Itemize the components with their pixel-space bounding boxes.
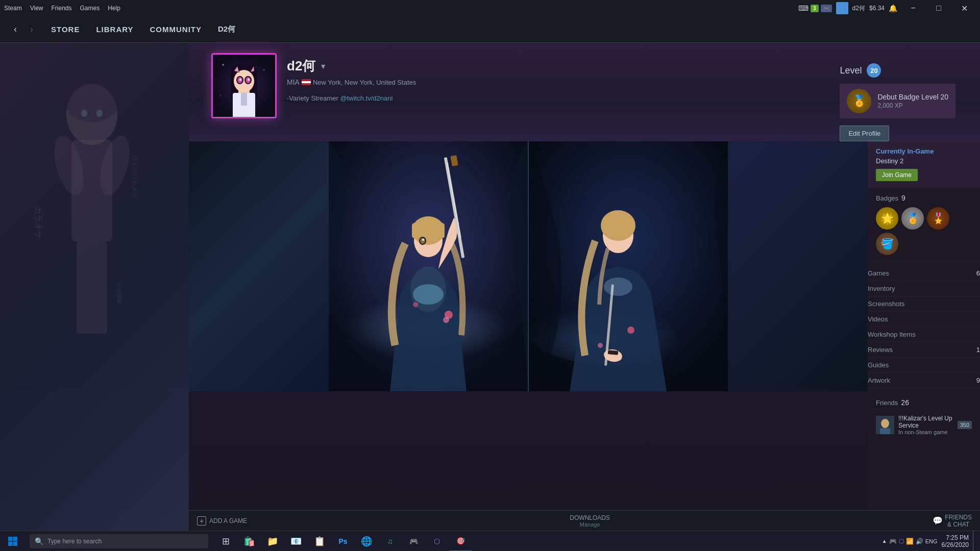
feed-area [189,141,868,510]
notification-icon[interactable]: 🔔 [889,4,897,12]
level-section: Level 20 🏅 Debut Badge Level 20 2,000 XP… [840,63,955,141]
inventory-label: Inventory [868,285,895,292]
menu-games[interactable]: Games [80,5,100,12]
svg-point-48 [413,302,418,307]
taskbar-app-spotify[interactable]: ♫ [379,531,401,552]
svg-point-41 [420,238,425,244]
svg-text:ヨドバシカメラ: ヨドバシカメラ [131,155,138,198]
profile-dropdown-arrow[interactable]: ▼ [320,62,327,70]
sidebar-videos[interactable]: Videos [868,312,980,327]
sidebar-screenshots[interactable]: Screenshots [868,296,980,312]
menu-friends[interactable]: Friends [51,5,71,12]
friend-avatar-icon [876,416,894,434]
menu-help[interactable]: Help [108,5,120,12]
edit-profile-button[interactable]: Edit Profile [840,126,889,141]
taskbar-app-store[interactable]: 🛍️ [238,531,260,552]
svg-point-59 [604,278,632,296]
artwork-label: Artwork [868,377,890,384]
profile-header: d2何 ▼ MIA New York, New York, United Sta… [189,43,980,141]
svg-point-47 [443,317,449,323]
friends-chat-button[interactable]: 💬 FRIENDS & CHAT [933,514,972,528]
menu-steam[interactable]: Steam [4,5,22,12]
taskbar-app-destiny[interactable]: 🎮 [402,531,425,552]
taskbar-app-steam[interactable]: 🎯 [449,531,472,552]
sidebar-inventory[interactable]: Inventory [868,281,980,296]
nav-username[interactable]: D2何 [218,24,235,34]
badges-label: Badges [876,194,898,202]
network-icon[interactable]: 📶 [906,538,914,545]
sidebar-guides[interactable]: Guides [868,358,980,373]
title-bar-right: ⌨ 3 🎮 d2何 $6.34 🔔 − □ ✕ [798,0,976,16]
debut-badge-icon: 🏅 [847,89,871,113]
showcase-image [189,141,868,391]
sidebar-artwork[interactable]: Artwork 9 [868,373,980,388]
menu-view[interactable]: View [30,5,43,12]
taskbar-app-sticky[interactable]: 📋 [308,531,331,552]
taskbar-app-chrome[interactable]: 🌐 [355,531,378,552]
downloads-button[interactable]: DOWNLOADS Manage [570,514,610,528]
svg-point-15 [263,69,265,71]
badge-name: Debut Badge Level 20 [877,93,948,101]
nav-library[interactable]: LIBRARY [96,23,133,36]
taskbar-app-mail[interactable]: 📧 [285,531,307,552]
taskbar-time: 7:25 PM [946,534,969,541]
friends-label: Friends [876,399,898,407]
friend-avatar-1 [876,416,894,434]
show-hidden-icon[interactable]: ▲ [882,538,887,544]
artwork-count: 9 [976,377,980,384]
friends-header: Friends 26 [876,398,972,407]
taskbar-app-discord[interactable]: ⬡ [426,531,448,552]
profile-container: d2何 ▼ MIA New York, New York, United Sta… [189,43,980,531]
discord-tray-icon[interactable]: ⬡ [899,538,904,545]
back-arrow[interactable]: ‹ [8,22,22,37]
join-game-button[interactable]: Join Game [876,169,918,181]
windows-logo-icon [8,536,18,546]
badge-item-4[interactable]: 🪣 [876,233,898,255]
taskbar-search-box[interactable]: 🔍 Type here to search [30,534,208,548]
svg-rect-64 [13,537,18,541]
sidebar-games[interactable]: Games 6 [868,266,980,281]
maximize-button[interactable]: □ [927,0,950,16]
bottom-bar: + ADD A GAME DOWNLOADS Manage 💬 FRIENDS … [189,510,980,531]
avatar-art [213,55,275,117]
language-indicator[interactable]: ENG [925,538,938,544]
badge-item-3[interactable]: 🎖️ [927,207,949,230]
sidebar-reviews[interactable]: Reviews 1 [868,342,980,358]
svg-rect-33 [241,93,247,106]
add-game-button[interactable]: + ADD A GAME [197,516,247,525]
badge-item-1[interactable]: 🌟 [876,207,898,230]
sidebar-workshop[interactable]: Workshop Items [868,327,980,342]
friend-item-1[interactable]: !!!Kalizar's Level Up Service In non-Ste… [876,412,972,438]
forward-arrow[interactable]: › [24,22,39,37]
start-button[interactable] [0,531,26,552]
taskbar-app-taskview[interactable]: ⊞ [214,531,237,552]
svg-point-7 [96,110,103,117]
nav-store[interactable]: STORE [51,23,80,36]
volume-icon[interactable]: 🔊 [916,538,923,545]
clock[interactable]: 7:25 PM 6/26/2020 [942,534,969,548]
bio-link[interactable]: @twitch.tv/d2nani [340,94,393,102]
taskbar-app-photoshop[interactable]: Ps [332,531,354,552]
svg-rect-66 [13,541,18,546]
level-label: Level [840,65,862,76]
profile-name-text: d2何 [287,57,315,75]
content-below: Currently In-Game Destiny 2 Join Game Ba… [189,141,980,510]
currently-in-game-section: Currently In-Game Destiny 2 Join Game [868,141,980,188]
nav-community[interactable]: COMMUNITY [150,23,202,36]
friend-name-1: !!!Kalizar's Level Up Service [898,415,953,429]
svg-rect-4 [77,242,107,334]
close-button[interactable]: ✕ [952,0,976,16]
sys-icons: ▲ 🎮 ⬡ 📶 🔊 ENG [882,538,938,545]
steam-tray-icon[interactable]: 🎮 [889,538,897,545]
minimize-button[interactable]: − [901,0,925,16]
add-game-label: ADD A GAME [209,517,247,524]
friends-section: Friends 26 !!!Kalizar's Level Up [868,392,980,444]
svg-point-6 [81,110,87,117]
badge-item-2[interactable]: 🏅 [901,207,924,230]
in-game-name: Destiny 2 [876,157,972,165]
user-avatar-small [836,2,848,14]
bg-left: カラオケ ヨドバシカメラ 小伝馬町 [0,43,189,531]
show-desktop-button[interactable] [973,531,976,552]
taskbar-app-explorer[interactable]: 📁 [261,531,284,552]
showcase-right [529,141,728,391]
